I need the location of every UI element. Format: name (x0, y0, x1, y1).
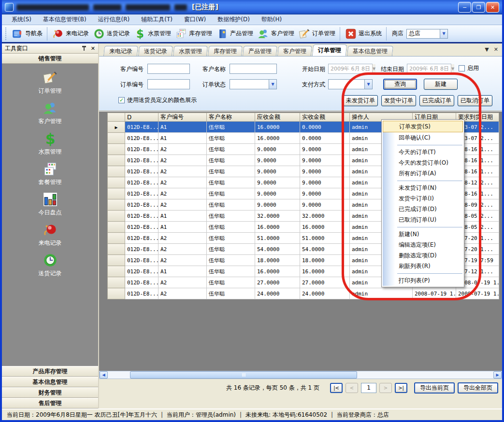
filter-button-已取消订单[interactable]: 已取消订单 (458, 95, 492, 106)
new-button[interactable]: 新建 (424, 79, 458, 90)
sidebar-item-delivery-record[interactable]: 送货记录 (21, 252, 79, 282)
tab-基本信息管理[interactable]: 基本信息管理 (347, 46, 393, 56)
context-menu-item[interactable]: 已完成订单(D) (383, 204, 463, 214)
menubar-item[interactable]: 数据维护(D) (212, 14, 256, 25)
shop-select[interactable]: 总店 ▼ (406, 29, 448, 39)
menubar-item[interactable]: 运行信息(R) (92, 14, 136, 25)
toolbar-button-call-record[interactable]: 来电记录 (50, 27, 91, 41)
customer-name-input[interactable] (230, 64, 277, 74)
tab-产品管理[interactable]: 产品管理 (243, 46, 277, 56)
context-menu-item[interactable]: 刷新列表(R) (383, 261, 463, 271)
row-selector[interactable]: ▶ (108, 122, 125, 133)
context-menu-item[interactable]: 打印列表(P) (383, 275, 463, 286)
sidebar-item-combo-meal[interactable]: 套餐管理 (21, 161, 79, 191)
toolbar-button-inventory[interactable]: 库存管理 (173, 27, 214, 41)
end-date-picker[interactable]: 2009年 6月 8日 ▼ (407, 64, 451, 74)
color-checkbox-row[interactable]: ✓ 使用送货员定义的颜色展示 (118, 96, 197, 104)
toolbar-button-product[interactable]: 产品管理 (214, 27, 255, 41)
sidebar-group-button[interactable]: 基本信息管理 (2, 377, 98, 387)
chevron-down-icon[interactable]: ▼ (440, 29, 447, 38)
close-button[interactable]: ✕ (486, 2, 499, 13)
next-page-button[interactable]: > (379, 383, 392, 393)
column-header[interactable]: 应收金额 (255, 113, 300, 122)
enable-checkbox-row[interactable]: 启用 (459, 64, 479, 72)
context-menu-item[interactable]: 今天的订单(T) (383, 147, 463, 157)
enable-checkbox[interactable] (459, 65, 465, 71)
horizontal-scrollbar[interactable]: ◀ ▶ (99, 371, 502, 379)
tab-订单管理[interactable]: 订单管理 (312, 44, 347, 56)
toolbar-button-order[interactable]: 订单管理 (296, 27, 337, 41)
context-menu-item[interactable]: 已取消订单(U) (383, 214, 463, 225)
toolbar-grip[interactable] (5, 28, 8, 40)
chevron-down-icon[interactable]: ▼ (364, 80, 372, 89)
chevron-down-icon[interactable]: ▼ (451, 64, 454, 73)
sidebar-item-water-ticket[interactable]: $水票管理 (21, 130, 79, 161)
menubar-item[interactable]: 帮助(H) (256, 14, 288, 25)
context-menu-item[interactable]: 删除选定项(D) (383, 250, 463, 261)
last-page-button[interactable]: >| (395, 383, 407, 393)
tab-list-dropdown-icon[interactable]: ▼ (485, 46, 489, 53)
row-selector[interactable] (108, 199, 125, 211)
sidebar-item-call-record[interactable]: 来电记录 (21, 222, 79, 252)
context-menu-item[interactable]: 编辑选定项(E) (383, 239, 463, 250)
tab-水票管理[interactable]: 水票管理 (173, 46, 208, 56)
filter-button-已完成订单[interactable]: 已完成订单 (419, 95, 454, 106)
page-number-input[interactable]: 1 (361, 383, 376, 393)
scrollbar-thumb[interactable] (130, 371, 357, 379)
sidebar-item-order[interactable]: 订单管理 (21, 70, 79, 100)
sidebar-group-button[interactable]: 产品库存管理 (2, 366, 98, 377)
tab-来电记录[interactable]: 来电记录 (103, 46, 138, 56)
toolbar-button-customer[interactable]: 客户管理 (255, 27, 296, 41)
row-selector[interactable] (108, 288, 125, 299)
row-selector[interactable] (108, 155, 125, 166)
scrollbar-track[interactable] (108, 371, 493, 379)
toolbar-button-delivery-record[interactable]: 送货记录 (91, 27, 132, 41)
menubar-item[interactable]: 系统(S) (6, 14, 37, 25)
query-button[interactable]: 查询 (383, 79, 417, 90)
row-selector[interactable] (108, 233, 125, 244)
tab-库存管理[interactable]: 库存管理 (208, 46, 243, 56)
export-all-pages-button[interactable]: 导出全部页 (458, 382, 498, 394)
row-selector[interactable] (108, 244, 125, 255)
sidebar-item-customer[interactable]: 客户管理 (21, 100, 79, 130)
sidebar-group-button[interactable]: 财务管理 (2, 387, 98, 398)
scroll-left-icon[interactable]: ◀ (100, 371, 108, 379)
row-selector[interactable] (108, 222, 125, 233)
column-header[interactable]: 客户名称 (207, 113, 255, 122)
context-menu-item[interactable]: 所有的订单(A) (383, 168, 463, 179)
maximize-button[interactable]: ❐ (472, 2, 485, 13)
column-header[interactable]: 实收金额 (300, 113, 350, 122)
column-header[interactable]: D (125, 113, 158, 122)
row-selector[interactable] (108, 144, 125, 155)
filter-button-发货中订单[interactable]: 发货中订单 (381, 95, 416, 106)
chevron-down-icon[interactable]: ▼ (269, 80, 276, 89)
context-menu-item[interactable]: 新建(N) (383, 229, 463, 239)
sidebar-section-sales[interactable]: 销售管理 (2, 54, 98, 64)
scroll-right-icon[interactable]: ▶ (493, 371, 502, 379)
row-selector[interactable] (108, 266, 125, 277)
tool-window-close-icon[interactable]: ✕ (91, 45, 95, 52)
pay-method-select[interactable]: ▼ (328, 79, 373, 89)
toolbar-button-exit[interactable]: 退出系统 (343, 27, 384, 41)
column-header[interactable] (108, 113, 125, 122)
customer-no-input[interactable] (147, 64, 190, 74)
row-selector[interactable] (108, 211, 125, 222)
row-selector[interactable] (108, 166, 125, 177)
menubar-item[interactable]: 辅助工具(T) (135, 14, 178, 25)
menubar-item[interactable]: 基本信息管理(B) (37, 14, 92, 25)
sidebar-item-daily-check[interactable]: 今日盘点 (21, 191, 79, 222)
tab-送货记录[interactable]: 送货记录 (138, 46, 173, 56)
first-page-button[interactable]: |< (330, 383, 343, 393)
row-selector[interactable] (108, 277, 125, 288)
minimize-button[interactable]: ─ (458, 2, 471, 13)
menubar-item[interactable]: 窗口(W) (178, 14, 212, 25)
context-menu-item[interactable]: 发货中订单(I) (383, 193, 463, 204)
column-header[interactable]: 客户编号 (158, 113, 207, 122)
context-menu-item[interactable]: 未发货订单(N) (383, 183, 463, 193)
order-no-input[interactable] (147, 79, 190, 89)
row-selector[interactable] (108, 255, 125, 266)
prev-page-button[interactable]: < (346, 383, 358, 393)
row-selector[interactable] (108, 177, 125, 188)
tab-close-icon[interactable]: ✕ (494, 46, 498, 53)
color-checkbox[interactable]: ✓ (118, 97, 125, 103)
